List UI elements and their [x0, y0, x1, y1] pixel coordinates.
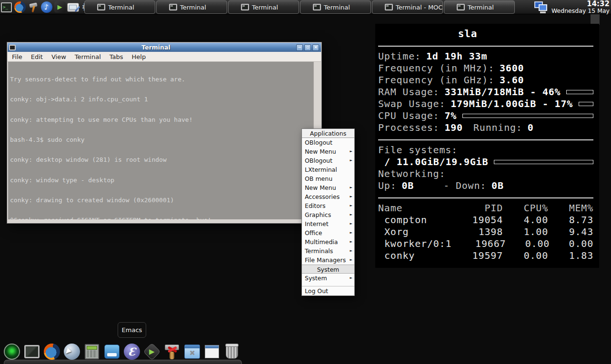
menu-item-oblogout[interactable]: OBlogout — [302, 138, 354, 147]
networking-header: Networking: — [378, 168, 445, 180]
emacs-icon[interactable]: Ɛ — [124, 344, 140, 360]
terminal-line: bash-4.3$ sudo conky — [10, 137, 313, 143]
menu-item-office[interactable]: Office — [302, 228, 354, 237]
fs-root-value: / 11.0GiB/19.9GiB — [384, 156, 488, 168]
package-tool-icon[interactable] — [164, 344, 180, 360]
ram-value: 331MiB/718MiB - 46% — [444, 86, 561, 98]
taskbar-button-terminal-moc[interactable]: Terminal - MOC [... — [372, 0, 443, 14]
cpu-value: 7% — [444, 110, 457, 122]
file-manager-icon[interactable] — [104, 344, 120, 360]
window-title: Terminal — [16, 44, 296, 51]
menu-item-oblogout-2[interactable]: OBlogout — [302, 156, 354, 165]
menu-item-internet[interactable]: Internet — [302, 219, 354, 228]
screenshot-tool-icon[interactable] — [67, 1, 79, 13]
ram-bar — [566, 90, 593, 94]
terminal-line: conky: desktop window (281) is root wind… — [10, 157, 313, 163]
menu-tabs[interactable]: Tabs — [105, 53, 128, 60]
firefox-icon[interactable] — [14, 1, 26, 13]
clock-date: Wednesday 15 May — [551, 8, 610, 14]
maximize-button[interactable]: ▫ — [304, 44, 311, 51]
menu-item-lxterminal[interactable]: LXterminal — [302, 165, 354, 174]
process-row: Xorg 1398 1.00 9.43 — [378, 226, 593, 238]
taskbar-button-terminal-4[interactable]: Terminal — [300, 0, 371, 14]
firefox-icon[interactable] — [44, 344, 60, 360]
menu-item-multimedia[interactable]: Multimedia — [302, 237, 354, 246]
web-browser-icon[interactable] — [64, 344, 80, 360]
taskbar-button-terminal-3[interactable]: Terminal — [228, 0, 299, 14]
uptime-value: 1d 19h 33m — [426, 50, 487, 62]
down-label: - Down: — [443, 180, 486, 192]
menu-file[interactable]: File — [8, 53, 27, 60]
menu-item-file-managers[interactable]: File Managers — [302, 256, 354, 265]
terminal-icon[interactable]: >_ — [0, 1, 12, 13]
terminal-line: conky: drawing to created window (0x2600… — [10, 197, 313, 204]
close-button[interactable]: × — [312, 44, 319, 51]
menu-section-system: System — [302, 265, 354, 274]
play-arrow-icon[interactable]: ▶ — [54, 1, 66, 13]
window-icon[interactable] — [204, 344, 220, 360]
terminal-output[interactable]: Try sensors-detect to find out which the… — [8, 62, 313, 219]
terminal-line: ^Cconky: received SIGINT or SIGTERM to t… — [10, 217, 313, 219]
taskbar-button-terminal-1[interactable]: Terminal — [84, 0, 155, 14]
media-player-icon[interactable]: ▶ — [144, 344, 160, 360]
system-tools-icon[interactable] — [184, 344, 200, 360]
menu-item-system[interactable]: System — [302, 274, 354, 283]
menu-item-terminals[interactable]: Terminals — [302, 246, 354, 256]
terminal-menubar: File Edit View Terminal Tabs Help — [8, 52, 321, 62]
process-table-header: Name PID CPU% MEM% — [378, 202, 593, 214]
terminal-line: Try sensors-detect to find out which the… — [10, 76, 313, 83]
divider — [378, 139, 593, 140]
menu-item-ob-menu[interactable]: OB menu — [302, 174, 354, 183]
menu-item-accessories[interactable]: Accessories — [302, 192, 354, 201]
up-label: Up: — [378, 180, 397, 192]
menu-item-editors[interactable]: Editors — [302, 201, 354, 210]
applications-context-menu: Applications OBlogout New Menu OBlogout … — [301, 128, 355, 296]
swap-label: Swap Usage: — [378, 98, 445, 110]
dock-shelf — [4, 360, 242, 364]
menu-item-new-menu-2[interactable]: New Menu — [302, 183, 354, 192]
swap-value: 179MiB/1.00GiB - 17% — [451, 98, 573, 110]
menu-terminal[interactable]: Terminal — [70, 53, 105, 60]
hammer-icon[interactable] — [27, 1, 39, 13]
freq-ghz-label: Frequency (in GHz): — [378, 74, 494, 86]
quick-launch-tray: >_ ♪ ▶ ⚙ — [0, 1, 92, 13]
window-titlebar[interactable]: Terminal − ▫ × — [8, 43, 321, 52]
fs-bar — [494, 160, 593, 164]
menu-header: Applications — [302, 129, 354, 138]
clock-applet[interactable]: 14:32 Wednesday 15 May — [534, 0, 610, 14]
menu-item-graphics[interactable]: Graphics — [302, 210, 354, 219]
clock-time: 14:32 — [551, 0, 610, 8]
green-orb-icon[interactable] — [4, 344, 20, 360]
conky-title: sla — [360, 27, 575, 43]
menu-edit[interactable]: Edit — [27, 53, 47, 60]
process-row: compton 19054 4.00 8.73 — [378, 214, 593, 226]
terminal-window: Terminal − ▫ × File Edit View Terminal T… — [7, 42, 322, 224]
cpu-label: CPU Usage: — [378, 110, 439, 122]
terminal-icon — [169, 4, 177, 10]
minimize-button[interactable]: − — [296, 44, 303, 51]
freq-ghz-value: 3.60 — [500, 74, 524, 86]
taskbar-button-terminal-6[interactable]: Terminal — [444, 0, 515, 14]
menu-view[interactable]: View — [47, 53, 70, 60]
terminal-line: conky: attempting to use more CPUs than … — [10, 117, 313, 123]
menu-item-new-menu[interactable]: New Menu — [302, 147, 354, 156]
taskbar: Terminal Terminal Terminal Terminal Term… — [84, 0, 515, 14]
desktop: S slack sla Uptime:1d 19h 33m Frequency … — [0, 0, 611, 364]
trash-icon[interactable] — [224, 344, 240, 360]
menu-separator — [302, 283, 354, 286]
terminal-line: conky: window type - desktop — [10, 177, 313, 184]
process-row: kworker/0:1 19667 0.00 0.00 — [378, 238, 593, 250]
calculator-icon[interactable] — [84, 344, 100, 360]
music-note-icon[interactable]: ♪ — [40, 1, 52, 13]
freq-mhz-value: 3600 — [500, 62, 524, 74]
taskbar-button-terminal-2[interactable]: Terminal — [156, 0, 227, 14]
terminal-icon[interactable] — [24, 344, 40, 360]
menu-help[interactable]: Help — [128, 53, 150, 60]
processes-value: 190 — [444, 122, 463, 134]
running-label: Running: — [473, 122, 522, 134]
filesystems-header: File systems: — [378, 144, 458, 156]
top-panel: >_ ♪ ▶ ⚙ Terminal Terminal Terminal Term… — [0, 0, 611, 14]
terminal-icon — [457, 4, 465, 10]
up-value: 0B — [402, 180, 414, 192]
menu-item-log-out[interactable]: Log Out — [302, 286, 354, 295]
